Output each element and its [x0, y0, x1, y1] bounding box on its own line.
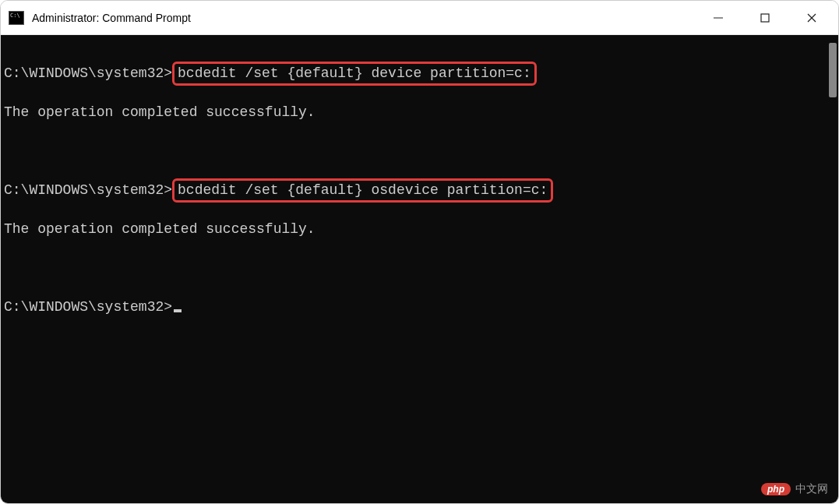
minimize-icon	[713, 12, 724, 23]
cursor	[174, 309, 182, 312]
console-output: The operation completed successfully.	[4, 220, 835, 239]
blank-line	[4, 142, 835, 161]
close-button[interactable]	[788, 1, 835, 35]
highlighted-command-2: bcdedit /set {default} osdevice partitio…	[172, 178, 553, 203]
close-icon	[806, 12, 817, 23]
scrollbar-thumb[interactable]	[829, 43, 837, 97]
blank-line	[4, 259, 835, 278]
console-line: C:\WINDOWS\system32>bcdedit /set {defaul…	[4, 64, 835, 83]
minimize-button[interactable]	[695, 1, 742, 35]
prompt: C:\WINDOWS\system32>	[4, 182, 172, 198]
titlebar[interactable]: Administrator: Command Prompt	[1, 1, 838, 35]
cmd-icon	[9, 11, 24, 25]
maximize-button[interactable]	[742, 1, 788, 35]
prompt: C:\WINDOWS\system32>	[4, 65, 172, 81]
console-line-active: C:\WINDOWS\system32>	[4, 298, 835, 317]
prompt: C:\WINDOWS\system32>	[4, 299, 172, 315]
console-output: The operation completed successfully.	[4, 103, 835, 122]
command-prompt-window: Administrator: Command Prompt C:\WINDOWS…	[0, 0, 839, 504]
console-line: C:\WINDOWS\system32>bcdedit /set {defaul…	[4, 181, 835, 200]
maximize-icon	[760, 12, 770, 23]
window-controls	[695, 1, 835, 35]
highlighted-command-1: bcdedit /set {default} device partition=…	[172, 62, 537, 86]
window-title: Administrator: Command Prompt	[32, 12, 695, 24]
svg-rect-1	[761, 14, 769, 22]
console-area[interactable]: C:\WINDOWS\system32>bcdedit /set {defaul…	[1, 35, 838, 503]
